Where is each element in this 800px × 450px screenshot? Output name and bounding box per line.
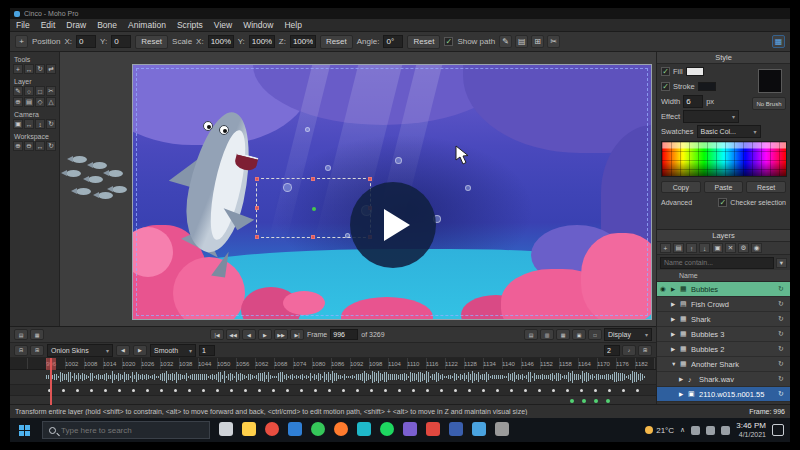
keyframe-dot[interactable] (636, 389, 639, 392)
selection-handle[interactable] (255, 177, 259, 181)
collapse-arrow-icon[interactable]: ▼ (671, 361, 678, 367)
position-reset-button[interactable]: Reset (135, 35, 168, 49)
stroke-checkbox[interactable] (661, 82, 670, 91)
camera-track-tool-icon[interactable]: ▣ (13, 119, 23, 129)
menu-animation[interactable]: Animation (128, 20, 166, 30)
scale-x-input[interactable] (208, 35, 234, 48)
taskbar-app-mail[interactable] (467, 418, 490, 442)
stroke-width-input[interactable] (683, 95, 703, 108)
duplicate-icon[interactable]: ▣ (712, 243, 723, 253)
taskbar-app-music-green[interactable] (375, 418, 398, 442)
swatches-dropdown[interactable]: Basic Col... (697, 125, 761, 138)
expand-arrow-icon[interactable]: ▶ (671, 331, 678, 337)
layer-animation-icon[interactable]: ↻ (778, 375, 787, 383)
keyframe-dot[interactable] (608, 389, 611, 392)
display-dropdown[interactable]: Display (604, 328, 652, 341)
taskbar-app-app-blue[interactable] (283, 418, 306, 442)
layer-animation-icon[interactable]: ↻ (778, 300, 787, 308)
keyframe-dot[interactable] (510, 389, 513, 392)
start-button[interactable] (10, 418, 38, 442)
keyframe-dot[interactable] (314, 389, 317, 392)
scale-reset-button[interactable]: Reset (320, 35, 353, 49)
keyframe-dot[interactable] (496, 389, 499, 392)
dock-layout-icon[interactable]: ▦ (772, 35, 785, 48)
taskbar-app-browser[interactable] (260, 418, 283, 442)
visibility-icon[interactable]: ◉ (751, 243, 762, 253)
menu-edit[interactable]: Edit (41, 20, 56, 30)
keyframe-track[interactable] (10, 385, 656, 396)
freehand-icon[interactable]: ✎ (499, 35, 512, 48)
layer-filter-input[interactable] (660, 257, 774, 269)
fill-color-swatch[interactable] (686, 67, 704, 76)
menu-view[interactable]: View (214, 20, 232, 30)
selection-handle[interactable] (255, 206, 259, 210)
keyframe-dot[interactable] (202, 389, 205, 392)
zoom-out-tool-icon[interactable]: ⊖ (24, 141, 34, 151)
expand-arrow-icon[interactable]: ▶ (671, 346, 678, 352)
paste-button[interactable]: Paste (704, 181, 744, 193)
keyframe-dot[interactable] (566, 389, 569, 392)
taskbar-app-app-teal[interactable] (352, 418, 375, 442)
video-play-button[interactable] (350, 182, 436, 268)
taskbar-app-app-red[interactable] (421, 418, 444, 442)
layer-animation-icon[interactable]: ↻ (778, 285, 787, 293)
zoom-in-tool-icon[interactable]: ⊕ (13, 141, 23, 151)
taskbar-clock[interactable]: 3:46 PM 4/1/2021 (736, 421, 766, 438)
selection-handle[interactable] (311, 177, 315, 181)
taskbar-app-app-purple[interactable] (398, 418, 421, 442)
prev-frame-arrow[interactable]: ◀ (116, 345, 130, 356)
menu-file[interactable]: File (16, 20, 30, 30)
keyframe-dot[interactable] (622, 389, 625, 392)
keyframe-dot[interactable] (104, 389, 107, 392)
smooth-value-input[interactable] (199, 345, 215, 356)
delete-icon[interactable]: ✕ (725, 243, 736, 253)
keyframe-dot[interactable] (468, 389, 471, 392)
keyframe-dot[interactable] (62, 389, 65, 392)
grid-icon[interactable]: ⊞ (531, 35, 544, 48)
playhead-line[interactable] (50, 358, 52, 405)
keyframe-dot[interactable] (454, 389, 457, 392)
onion-before-icon[interactable]: ⊟ (14, 345, 28, 356)
search-input[interactable] (61, 426, 181, 435)
step-back-button[interactable]: ◀ (242, 329, 256, 340)
camera-roll-tool-icon[interactable]: ↻ (46, 119, 56, 129)
keyframe-dot[interactable] (524, 389, 527, 392)
keyframe-dot[interactable] (384, 389, 387, 392)
notification-center-icon[interactable] (772, 424, 784, 436)
keyframe-dot[interactable] (412, 389, 415, 392)
tray-icon[interactable] (706, 426, 715, 435)
position-y-input[interactable] (111, 35, 131, 48)
keyframe-dot[interactable] (398, 389, 401, 392)
onion-skins-dropdown[interactable]: Onion Skins (47, 344, 113, 357)
layer-row[interactable]: ▶▣2110.w015.n001.55↻ (657, 387, 790, 402)
reset-button[interactable]: Reset (746, 181, 786, 193)
keyframe-dot[interactable] (132, 389, 135, 392)
keyframe-dot-green[interactable] (606, 399, 610, 403)
menu-draw[interactable]: Draw (66, 20, 86, 30)
taskbar-app-file-explorer[interactable] (237, 418, 260, 442)
timeline-settings-icon[interactable]: ▤ (14, 329, 28, 340)
keyframe-dot[interactable] (552, 389, 555, 392)
keyframe-dot[interactable] (188, 389, 191, 392)
ellipse-tool-icon[interactable]: ○ (24, 86, 34, 96)
selection-handle[interactable] (311, 235, 315, 239)
layer-row[interactable]: ◉▶▦Bubbles↻ (657, 282, 790, 297)
next-frame-arrow[interactable]: ▶ (133, 345, 147, 356)
expand-arrow-icon[interactable]: ▶ (679, 391, 686, 397)
filter-options-icon[interactable]: ▾ (776, 258, 787, 268)
keyframe-dot[interactable] (356, 389, 359, 392)
audio-waveform[interactable] (10, 370, 656, 385)
keyframe-dot[interactable] (538, 389, 541, 392)
layer-row[interactable]: ▶▤Fish Crowd↻ (657, 297, 790, 312)
taskbar-app-app-navy[interactable] (444, 418, 467, 442)
position-x-input[interactable] (76, 35, 96, 48)
color-palette[interactable] (661, 141, 787, 177)
keyframe-dot[interactable] (146, 389, 149, 392)
transform-tool-icon[interactable]: + (13, 64, 23, 74)
jump-start-button[interactable]: |◀ (210, 329, 224, 340)
layers-name-column-header[interactable]: Name (657, 270, 790, 282)
selection-origin-point[interactable] (312, 207, 316, 211)
camera-tilt-tool-icon[interactable]: ↕ (35, 119, 45, 129)
keyframe-dot[interactable] (594, 389, 597, 392)
scale-y-input[interactable] (249, 35, 275, 48)
